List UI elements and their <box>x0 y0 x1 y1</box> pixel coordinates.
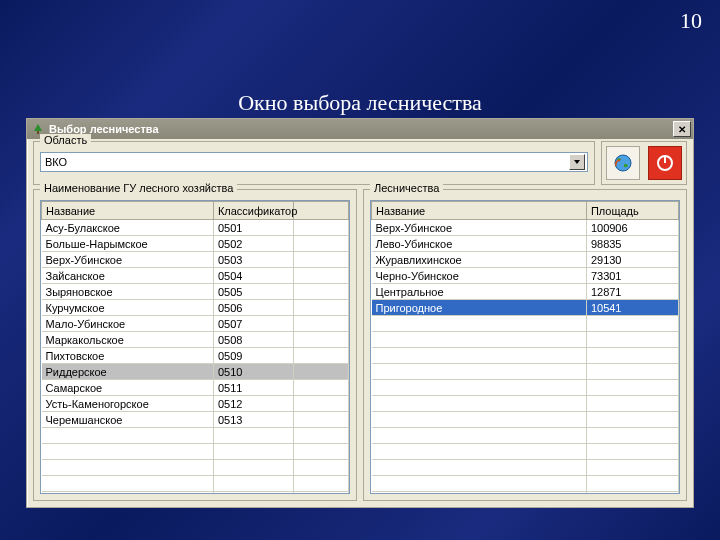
table-row[interactable]: Журавлихинское29130 <box>372 252 679 268</box>
right-panel-label: Лесничества <box>370 182 443 194</box>
svg-point-3 <box>615 155 631 171</box>
slide-title: Окно выбора лесничества <box>0 90 720 116</box>
table-row[interactable]: Асу-Булакское0501 <box>42 220 349 236</box>
table-row[interactable] <box>372 444 679 460</box>
page-number: 10 <box>680 8 702 34</box>
table-row[interactable]: Маркакольское0508 <box>42 332 349 348</box>
table-row[interactable] <box>372 396 679 412</box>
table-row[interactable] <box>372 412 679 428</box>
table-row[interactable]: Риддерское0510 <box>42 364 349 380</box>
table-row[interactable] <box>372 460 679 476</box>
power-icon <box>655 153 675 173</box>
globe-icon <box>612 152 634 174</box>
table-row[interactable] <box>372 380 679 396</box>
table-row[interactable]: Зыряновское0505 <box>42 284 349 300</box>
right-panel: Лесничества Название Площадь Верх-Убинск… <box>363 189 687 501</box>
titlebar: Выбор лесничества ✕ <box>27 119 693 139</box>
left-panel-label: Наименование ГУ лесного хозяйства <box>40 182 237 194</box>
right-grid[interactable]: Название Площадь Верх-Убинское100906Лево… <box>370 200 680 494</box>
chevron-down-icon[interactable] <box>569 154 585 170</box>
table-row[interactable]: Центральное12871 <box>372 284 679 300</box>
table-row[interactable]: Лево-Убинское98835 <box>372 236 679 252</box>
left-col-name[interactable]: Название <box>42 202 214 220</box>
table-row[interactable]: Пихтовское0509 <box>42 348 349 364</box>
toolbar <box>601 141 687 185</box>
table-row[interactable]: Верх-Убинское0503 <box>42 252 349 268</box>
left-panel: Наименование ГУ лесного хозяйства Назван… <box>33 189 357 501</box>
table-row[interactable]: Черно-Убинское73301 <box>372 268 679 284</box>
left-col-klass[interactable]: Классификатор <box>213 202 293 220</box>
right-col-area[interactable]: Площадь <box>586 202 678 220</box>
svg-marker-0 <box>34 124 42 131</box>
region-combobox[interactable]: ВКО <box>40 152 588 172</box>
table-row[interactable]: Пригородное10541 <box>372 300 679 316</box>
table-row[interactable] <box>372 332 679 348</box>
table-row[interactable] <box>42 428 349 444</box>
left-grid[interactable]: Название Классификатор Асу-Булакское0501… <box>40 200 350 494</box>
table-row[interactable]: Черемшанское0513 <box>42 412 349 428</box>
table-row[interactable] <box>372 492 679 495</box>
power-button[interactable] <box>648 146 682 180</box>
table-row[interactable] <box>372 316 679 332</box>
table-row[interactable] <box>42 492 349 495</box>
table-row[interactable] <box>42 460 349 476</box>
table-row[interactable] <box>372 364 679 380</box>
dialog-window: Выбор лесничества ✕ Область ВКО <box>26 118 694 508</box>
svg-rect-1 <box>37 131 39 134</box>
table-row[interactable]: Усть-Каменогорское0512 <box>42 396 349 412</box>
table-row[interactable]: Самарское0511 <box>42 380 349 396</box>
left-col-empty[interactable] <box>293 202 348 220</box>
table-row[interactable] <box>42 476 349 492</box>
table-row[interactable]: Больше-Нарымское0502 <box>42 236 349 252</box>
region-group: Область ВКО <box>33 141 595 185</box>
window-title: Выбор лесничества <box>49 123 673 135</box>
svg-marker-2 <box>574 160 580 164</box>
globe-button[interactable] <box>606 146 640 180</box>
table-row[interactable]: Верх-Убинское100906 <box>372 220 679 236</box>
table-row[interactable]: Зайсанское0504 <box>42 268 349 284</box>
table-row[interactable] <box>372 348 679 364</box>
table-row[interactable] <box>42 444 349 460</box>
table-row[interactable]: Мало-Убинское0507 <box>42 316 349 332</box>
table-row[interactable]: Курчумское0506 <box>42 300 349 316</box>
region-label: Область <box>40 134 91 146</box>
right-col-name[interactable]: Название <box>372 202 587 220</box>
columns: Наименование ГУ лесного хозяйства Назван… <box>33 189 687 501</box>
window-body: Область ВКО <box>27 139 693 507</box>
region-value: ВКО <box>45 156 569 168</box>
table-row[interactable] <box>372 428 679 444</box>
top-row: Область ВКО <box>33 141 687 185</box>
close-button[interactable]: ✕ <box>673 121 691 137</box>
table-row[interactable] <box>372 476 679 492</box>
